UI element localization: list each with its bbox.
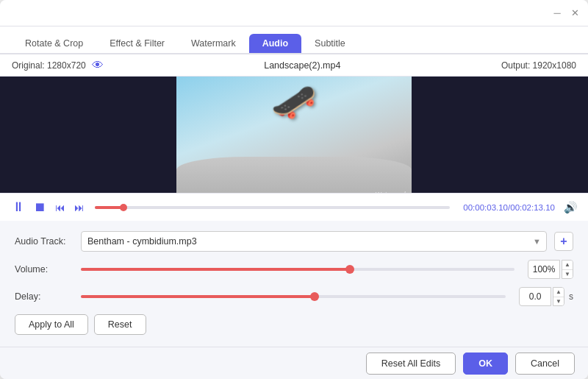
video-watermark: Watermark (375, 191, 407, 193)
skip-forward-button[interactable]: ⏭ (73, 200, 86, 215)
playback-bar: ⏸ ⏹ ⏮ ⏭ 00:00:03.10/00:02:13.10 🔊 (0, 193, 588, 221)
delay-input-wrapper: 0.0 ▲ ▼ s (519, 287, 573, 306)
eye-icon[interactable]: 👁 (92, 59, 104, 72)
volume-row: Volume: 100% ▲ ▼ (15, 260, 573, 279)
delay-row: Delay: 0.0 ▲ ▼ s (15, 287, 573, 306)
volume-thumb[interactable] (345, 265, 354, 274)
tab-rotate[interactable]: Rotate & Crop (12, 34, 96, 53)
delay-thumb[interactable] (310, 292, 319, 301)
time-current: 00:00:03.10 (463, 203, 508, 212)
delay-spinner: ▲ ▼ (553, 287, 564, 306)
video-ground (176, 157, 412, 193)
minimize-button[interactable]: ─ (551, 7, 563, 19)
ok-button[interactable]: OK (463, 353, 508, 375)
audio-track-select-wrapper: Bentham - cymbidium.mp3 ▼ (81, 231, 547, 252)
delay-label: Delay: (15, 291, 74, 302)
filename-label: Landscape(2).mp4 (104, 60, 501, 71)
info-bar: Original: 1280x720 👁 Landscape(2).mp4 Ou… (0, 54, 588, 77)
audio-track-select[interactable]: Bentham - cymbidium.mp3 (81, 231, 547, 252)
tab-subtitle[interactable]: Subtitle (301, 34, 359, 53)
volume-icon[interactable]: 🔊 (564, 201, 578, 214)
skip-back-button[interactable]: ⏮ (54, 200, 67, 215)
tab-watermark[interactable]: Watermark (178, 34, 249, 53)
original-resolution: Original: 1280x720 (12, 60, 86, 71)
delay-value: 0.0 (519, 287, 551, 306)
footer: Reset All Edits OK Cancel (0, 347, 588, 379)
apply-to-all-button[interactable]: Apply to All (15, 314, 88, 335)
reset-button[interactable]: Reset (94, 314, 146, 335)
delay-up-button[interactable]: ▲ (553, 288, 564, 297)
delay-slider[interactable] (81, 290, 506, 303)
delay-fill (81, 295, 315, 298)
tabs-bar: Rotate & Crop Effect & Filter Watermark … (0, 26, 588, 54)
video-area: 🛹 Watermark (0, 77, 588, 193)
volume-input-wrapper: 100% ▲ ▼ (528, 260, 573, 279)
audio-track-label: Audio Track: (15, 236, 74, 247)
reset-all-edits-button[interactable]: Reset All Edits (366, 353, 456, 375)
tab-effect[interactable]: Effect & Filter (96, 34, 178, 53)
delay-unit: s (569, 291, 573, 302)
close-button[interactable]: ✕ (569, 7, 581, 19)
audio-track-row: Audio Track: Bentham - cymbidium.mp3 ▼ + (15, 231, 573, 252)
volume-up-button[interactable]: ▲ (562, 261, 573, 270)
playback-progress[interactable] (95, 206, 450, 209)
controls-panel: Audio Track: Bentham - cymbidium.mp3 ▼ +… (0, 221, 588, 347)
video-preview: 🛹 Watermark (176, 77, 412, 193)
volume-spinner: ▲ ▼ (562, 260, 573, 279)
volume-track (81, 268, 514, 271)
pause-button[interactable]: ⏸ (10, 198, 26, 216)
output-resolution: Output: 1920x1080 (501, 60, 576, 71)
tab-audio[interactable]: Audio (249, 34, 301, 53)
volume-fill (81, 268, 350, 271)
delay-down-button[interactable]: ▼ (553, 297, 564, 306)
cancel-button[interactable]: Cancel (515, 353, 575, 375)
add-audio-button[interactable]: + (554, 232, 573, 251)
local-buttons-row: Apply to All Reset (15, 314, 573, 335)
title-bar: ─ ✕ (0, 0, 588, 26)
time-display: 00:00:03.10/00:02:13.10 (463, 203, 555, 212)
progress-thumb[interactable] (120, 204, 127, 211)
skater-graphic: 🛹 (268, 77, 321, 127)
volume-value: 100% (528, 260, 560, 279)
stop-button[interactable]: ⏹ (32, 199, 48, 216)
volume-slider[interactable] (81, 263, 514, 276)
main-window: ─ ✕ Rotate & Crop Effect & Filter Waterm… (0, 0, 588, 379)
volume-down-button[interactable]: ▼ (562, 270, 573, 279)
window-controls: ─ ✕ (551, 7, 581, 19)
delay-track (81, 295, 506, 298)
volume-label: Volume: (15, 264, 74, 274)
time-total: 00:02:13.10 (510, 203, 555, 212)
